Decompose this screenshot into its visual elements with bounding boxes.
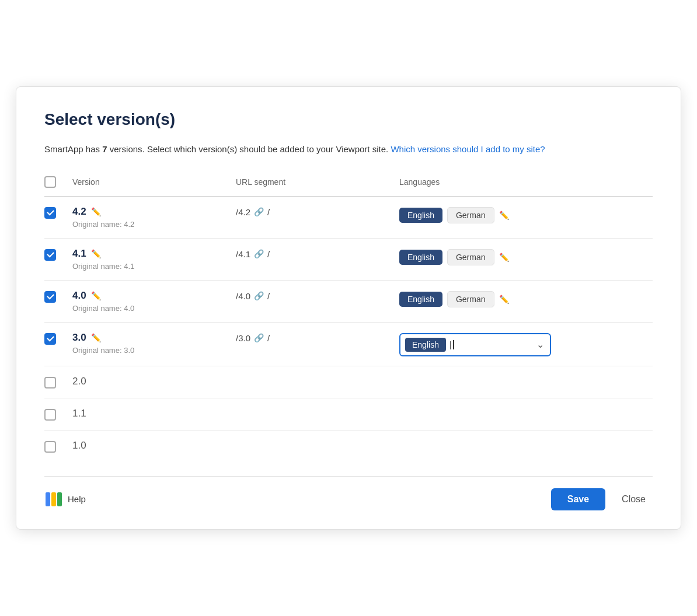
dropdown-chevron-icon: ⌄	[536, 339, 544, 350]
checkbox-cell-4-2	[44, 206, 72, 219]
versions-help-link[interactable]: Which versions should I add to my site?	[391, 144, 545, 154]
select-all-checkbox[interactable]	[44, 176, 56, 188]
header-languages: Languages	[399, 173, 653, 191]
checkbox-cell-1-0	[44, 440, 72, 453]
original-name-4-2: Original name: 4.2	[72, 220, 236, 229]
table-header: Version URL segment Languages	[44, 173, 653, 197]
version-cell-2-0: 2.0	[72, 376, 236, 387]
version-cell-4-1: 4.1 ✏️ Original name: 4.1	[72, 248, 236, 271]
edit-version-icon-4-2[interactable]: ✏️	[91, 207, 101, 216]
version-label-4-1: 4.1	[72, 248, 86, 260]
header-version: Version	[72, 173, 236, 191]
version-label-4-0: 4.0	[72, 290, 86, 302]
lang-badge-english-4-2: English	[399, 208, 442, 223]
svg-rect-2	[57, 492, 62, 506]
url-cell-1-1	[236, 408, 399, 409]
languages-cell-4-1: English German ✏️	[399, 248, 653, 265]
lang-badge-english-4-0: English	[399, 292, 442, 307]
help-logo-icon	[44, 491, 63, 508]
edit-lang-icon-4-1[interactable]: ✏️	[499, 253, 509, 262]
languages-cell-1-1	[399, 408, 653, 409]
select-versions-dialog: Select version(s) SmartApp has 7 version…	[16, 86, 681, 530]
url-cell-4-2: /4.2 🔗 /	[236, 206, 399, 217]
lang-badge-english-3-0: English	[405, 338, 446, 352]
header-url-segment: URL segment	[236, 173, 399, 191]
footer-actions: Save Close	[551, 488, 653, 510]
url-text-4-0: /4.0	[236, 291, 250, 301]
svg-rect-0	[46, 492, 50, 506]
header-checkbox-cell	[44, 173, 72, 191]
original-name-4-1: Original name: 4.1	[72, 262, 236, 271]
row-checkbox-1-0[interactable]	[44, 441, 56, 453]
version-cell-4-0: 4.0 ✏️ Original name: 4.0	[72, 290, 236, 313]
checkbox-cell-4-0	[44, 290, 72, 303]
table-row: 4.0 ✏️ Original name: 4.0 /4.0 🔗 / Engli…	[44, 281, 653, 323]
version-label-4-2: 4.2	[72, 206, 86, 218]
help-button[interactable]: Help	[44, 491, 86, 508]
edit-url-icon-4-1[interactable]: 🔗	[254, 249, 264, 258]
edit-url-icon-4-2[interactable]: 🔗	[254, 207, 264, 216]
svg-rect-1	[51, 492, 56, 506]
url-slash-4-1: /	[267, 249, 270, 259]
lang-badge-german-4-1: German	[447, 249, 494, 265]
url-cell-3-0: /3.0 🔗 /	[236, 332, 399, 343]
row-checkbox-1-1[interactable]	[44, 409, 56, 421]
row-checkbox-4-1[interactable]	[44, 249, 56, 261]
url-cell-4-0: /4.0 🔗 /	[236, 290, 399, 301]
url-slash-3-0: /	[267, 333, 270, 343]
url-slash-4-0: /	[267, 291, 270, 301]
footer-divider	[44, 476, 653, 477]
checkbox-cell-4-1	[44, 248, 72, 261]
url-text-4-1: /4.1	[236, 249, 250, 259]
edit-version-icon-4-0[interactable]: ✏️	[91, 291, 101, 300]
row-checkbox-2-0[interactable]	[44, 377, 56, 388]
description: SmartApp has 7 versions. Select which ve…	[44, 143, 653, 156]
table-row: 1.1	[44, 398, 653, 430]
table-row: 3.0 ✏️ Original name: 3.0 /3.0 🔗 / Engli…	[44, 323, 653, 366]
cursor-indicator: |	[449, 340, 454, 349]
help-label: Help	[68, 494, 86, 504]
edit-lang-icon-4-2[interactable]: ✏️	[499, 211, 509, 220]
languages-dropdown-3-0[interactable]: English | ⌄	[399, 333, 551, 356]
checkbox-cell-1-1	[44, 408, 72, 421]
lang-badge-german-4-0: German	[447, 291, 494, 307]
lang-badge-german-4-2: German	[447, 207, 494, 223]
languages-cell-4-0: English German ✏️	[399, 290, 653, 307]
original-name-4-0: Original name: 4.0	[72, 304, 236, 313]
version-cell-3-0: 3.0 ✏️ Original name: 3.0	[72, 332, 236, 355]
version-cell-1-0: 1.0	[72, 440, 236, 452]
table-row: 2.0	[44, 366, 653, 398]
version-label-1-0: 1.0	[72, 440, 236, 452]
version-label-3-0: 3.0	[72, 332, 86, 344]
dialog-title: Select version(s)	[44, 110, 653, 129]
checkbox-cell-3-0	[44, 332, 72, 345]
version-cell-4-2: 4.2 ✏️ Original name: 4.2	[72, 206, 236, 229]
original-name-3-0: Original name: 3.0	[72, 346, 236, 355]
languages-cell-3-0: English | ⌄	[399, 332, 653, 356]
version-cell-1-1: 1.1	[72, 408, 236, 419]
version-label-2-0: 2.0	[72, 376, 236, 387]
checkbox-cell-2-0	[44, 376, 72, 388]
url-cell-1-0	[236, 440, 399, 441]
table-row: 1.0	[44, 430, 653, 462]
save-button[interactable]: Save	[551, 488, 605, 510]
languages-cell-4-2: English German ✏️	[399, 206, 653, 223]
edit-url-icon-4-0[interactable]: 🔗	[254, 291, 264, 300]
dialog-footer: Help Save Close	[44, 488, 653, 510]
languages-cell-2-0	[399, 376, 653, 377]
edit-version-icon-4-1[interactable]: ✏️	[91, 249, 101, 258]
row-checkbox-4-0[interactable]	[44, 291, 56, 303]
url-cell-4-1: /4.1 🔗 /	[236, 248, 399, 259]
edit-lang-icon-4-0[interactable]: ✏️	[499, 295, 509, 304]
url-cell-2-0	[236, 376, 399, 377]
edit-version-icon-3-0[interactable]: ✏️	[91, 333, 101, 342]
table-row: 4.1 ✏️ Original name: 4.1 /4.1 🔗 / Engli…	[44, 239, 653, 281]
edit-url-icon-3-0[interactable]: 🔗	[254, 333, 264, 342]
close-button[interactable]: Close	[615, 488, 653, 510]
row-checkbox-3-0[interactable]	[44, 333, 56, 345]
languages-cell-1-0	[399, 440, 653, 441]
url-text-3-0: /3.0	[236, 333, 250, 343]
url-text-4-2: /4.2	[236, 207, 250, 217]
lang-badge-english-4-1: English	[399, 250, 442, 265]
row-checkbox-4-2[interactable]	[44, 207, 56, 219]
